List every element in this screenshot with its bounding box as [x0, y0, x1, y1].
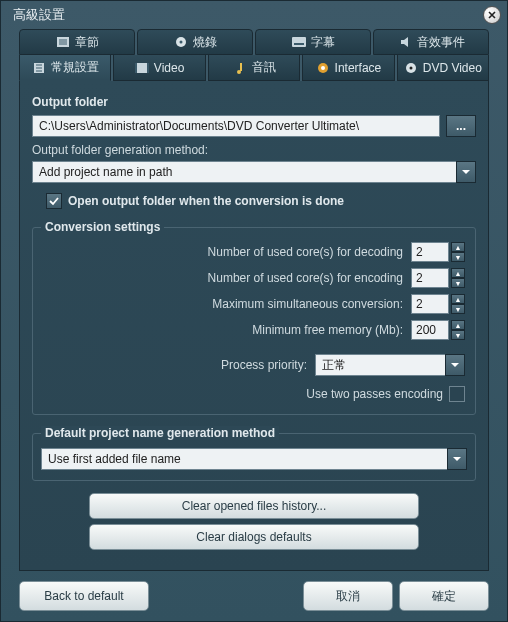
select-value: Use first added file name: [41, 448, 467, 470]
chevron-down-icon: [447, 448, 467, 470]
svg-rect-10: [135, 63, 137, 73]
maxsim-input[interactable]: [411, 294, 449, 314]
priority-select[interactable]: 正常: [315, 354, 465, 376]
tab-label: 常規設置: [51, 59, 99, 76]
two-pass-label: Use two passes encoding: [306, 387, 443, 401]
maxsim-label: Maximum simultaneous conversion:: [43, 297, 411, 311]
interface-icon: [316, 61, 330, 75]
back-to-default-button[interactable]: Back to default: [19, 581, 149, 611]
svg-point-5: [179, 41, 182, 44]
output-folder-label: Output folder: [32, 95, 476, 109]
open-folder-checkbox[interactable]: [46, 193, 62, 209]
svg-rect-9: [135, 63, 149, 73]
audio-icon: [233, 61, 247, 75]
tab-label: DVD Video: [423, 61, 482, 75]
tab-general[interactable]: 常規設置: [19, 55, 111, 81]
tab-label: 音效事件: [417, 34, 465, 51]
cancel-button[interactable]: 取消: [303, 581, 393, 611]
tab-label: 音訊: [252, 59, 276, 76]
sound-events-icon: [398, 35, 412, 49]
spin-down[interactable]: ▼: [451, 304, 465, 314]
spin-up[interactable]: ▲: [451, 268, 465, 278]
decode-cores-label: Number of used core(s) for decoding: [43, 245, 411, 259]
spin-up[interactable]: ▲: [451, 242, 465, 252]
tab-burn[interactable]: 燒錄: [137, 29, 253, 55]
maxsim-spinner[interactable]: ▲▼: [411, 294, 465, 314]
close-button[interactable]: [483, 6, 501, 24]
tab-label: 章節: [75, 34, 99, 51]
tab-chapters[interactable]: 章節: [19, 29, 135, 55]
conversion-settings-fieldset: Conversion settings Number of used core(…: [32, 227, 476, 415]
tab-video[interactable]: Video: [113, 55, 205, 81]
default-project-select[interactable]: Use first added file name: [41, 448, 467, 470]
tab-content: Output folder ... Output folder generati…: [19, 81, 489, 571]
encode-cores-label: Number of used core(s) for encoding: [43, 271, 411, 285]
spin-down[interactable]: ▼: [451, 330, 465, 340]
tab-label: 字幕: [311, 34, 335, 51]
decode-cores-input[interactable]: [411, 242, 449, 262]
close-icon: [488, 11, 496, 19]
advanced-settings-dialog: 高級設置 章節 燒錄 字幕 音效事件: [0, 0, 508, 622]
clear-dialogs-button[interactable]: Clear dialogs defaults: [89, 524, 419, 550]
svg-rect-7: [294, 43, 304, 45]
svg-rect-11: [147, 63, 149, 73]
chapters-icon: [56, 35, 70, 49]
tab-interface[interactable]: Interface: [302, 55, 394, 81]
tab-audio[interactable]: 音訊: [208, 55, 300, 81]
browse-button[interactable]: ...: [446, 115, 476, 137]
spin-down[interactable]: ▼: [451, 252, 465, 262]
tab-label: Interface: [335, 61, 382, 75]
output-folder-input[interactable]: [32, 115, 440, 137]
subtitle-icon: [292, 35, 306, 49]
default-project-fieldset: Default project name generation method U…: [32, 433, 476, 481]
svg-point-14: [321, 66, 325, 70]
dialog-footer: Back to default 取消 確定: [1, 581, 507, 611]
tabs: 章節 燒錄 字幕 音效事件 常規設置 Video: [1, 29, 507, 81]
output-method-select[interactable]: Add project name in path: [32, 161, 476, 183]
tab-dvd-video[interactable]: DVD Video: [397, 55, 489, 81]
encode-cores-input[interactable]: [411, 268, 449, 288]
conversion-legend: Conversion settings: [41, 220, 164, 234]
encode-cores-spinner[interactable]: ▲▼: [411, 268, 465, 288]
clear-history-button[interactable]: Clear opened files history...: [89, 493, 419, 519]
decode-cores-spinner[interactable]: ▲▼: [411, 242, 465, 262]
minmem-label: Minimum free memory (Mb):: [43, 323, 411, 337]
minmem-input[interactable]: [411, 320, 449, 340]
video-icon: [135, 61, 149, 75]
dialog-title: 高級設置: [13, 6, 65, 24]
spin-down[interactable]: ▼: [451, 278, 465, 288]
checkmark-icon: [49, 196, 59, 206]
dvd-icon: [404, 61, 418, 75]
priority-label: Process priority:: [43, 358, 315, 372]
open-folder-label: Open output folder when the conversion i…: [68, 194, 344, 208]
spin-up[interactable]: ▲: [451, 294, 465, 304]
two-pass-checkbox[interactable]: [449, 386, 465, 402]
burn-icon: [174, 35, 188, 49]
default-project-legend: Default project name generation method: [41, 426, 279, 440]
svg-point-16: [409, 66, 412, 69]
svg-rect-6: [292, 37, 306, 47]
tab-label: Video: [154, 61, 184, 75]
tab-sound-events[interactable]: 音效事件: [373, 29, 489, 55]
chevron-down-icon: [445, 354, 465, 376]
spin-up[interactable]: ▲: [451, 320, 465, 330]
select-value: Add project name in path: [32, 161, 476, 183]
tab-label: 燒錄: [193, 34, 217, 51]
ok-button[interactable]: 確定: [399, 581, 489, 611]
titlebar: 高級設置: [1, 1, 507, 29]
select-value: 正常: [315, 354, 465, 376]
output-method-label: Output folder generation method:: [32, 143, 476, 157]
svg-point-12: [237, 70, 241, 74]
general-icon: [32, 61, 46, 75]
chevron-down-icon: [456, 161, 476, 183]
minmem-spinner[interactable]: ▲▼: [411, 320, 465, 340]
tab-subtitle[interactable]: 字幕: [255, 29, 371, 55]
